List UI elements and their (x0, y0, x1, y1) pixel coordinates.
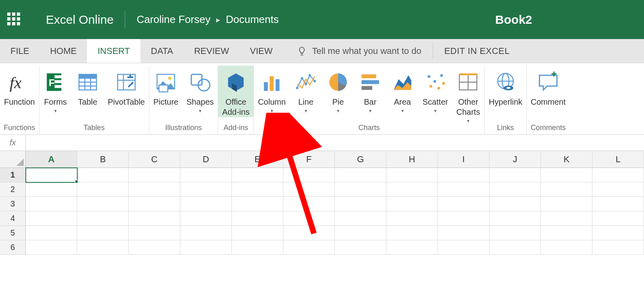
cell[interactable] (386, 226, 438, 240)
tab-view[interactable]: VIEW (239, 39, 283, 63)
cell[interactable] (386, 168, 438, 182)
fx-icon[interactable]: fx (0, 135, 26, 151)
cell[interactable] (592, 226, 644, 240)
column-header[interactable]: K (541, 151, 592, 168)
cell[interactable] (438, 182, 489, 197)
cell[interactable] (335, 168, 386, 182)
column-header[interactable]: J (489, 151, 541, 168)
cell[interactable] (232, 197, 283, 211)
cell[interactable] (386, 182, 438, 197)
cell[interactable] (26, 240, 77, 255)
cell[interactable] (592, 211, 644, 226)
cell[interactable] (438, 197, 489, 211)
cell[interactable] (335, 197, 386, 211)
cell[interactable] (129, 211, 180, 226)
cell[interactable] (335, 211, 386, 226)
chart-bar-button[interactable]: Bar▼ (354, 66, 386, 113)
column-header[interactable]: D (180, 151, 232, 168)
cell[interactable] (489, 182, 541, 197)
cell[interactable] (489, 240, 541, 255)
cell[interactable] (180, 182, 232, 197)
cell[interactable] (180, 168, 232, 182)
chart-scatter-button[interactable]: Scatter▼ (419, 66, 452, 113)
cell[interactable] (438, 226, 489, 240)
cell[interactable] (26, 211, 77, 226)
cell[interactable] (129, 197, 180, 211)
cell[interactable] (283, 226, 335, 240)
cell[interactable] (26, 168, 77, 182)
tab-file[interactable]: FILE (0, 39, 39, 63)
shapes-button[interactable]: Shapes▼ (182, 66, 218, 113)
cell[interactable] (438, 240, 489, 255)
function-button[interactable]: fxFunction (0, 66, 39, 107)
column-header[interactable]: I (438, 151, 489, 168)
cell[interactable] (489, 168, 541, 182)
hyperlink-button[interactable]: Hyperlink (485, 66, 526, 107)
cell[interactable] (232, 182, 283, 197)
cell[interactable] (541, 226, 592, 240)
column-header[interactable]: E (232, 151, 283, 168)
cell[interactable] (77, 168, 129, 182)
cell[interactable] (26, 226, 77, 240)
cell[interactable] (283, 197, 335, 211)
cell[interactable] (77, 211, 129, 226)
column-header[interactable]: F (283, 151, 335, 168)
chart-column-button[interactable]: Column▼ (254, 66, 290, 113)
pivottable-button[interactable]: PivotTable (104, 66, 149, 107)
document-title[interactable]: Book2 (495, 13, 532, 27)
cell[interactable] (592, 197, 644, 211)
formula-input[interactable] (26, 138, 644, 147)
cell[interactable] (489, 211, 541, 226)
column-header[interactable]: L (592, 151, 644, 168)
cell[interactable] (541, 182, 592, 197)
forms-button[interactable]: FForms▼ (39, 66, 72, 113)
table-button[interactable]: Table (72, 66, 104, 107)
cell[interactable] (232, 226, 283, 240)
cell[interactable] (180, 226, 232, 240)
cell[interactable] (77, 226, 129, 240)
cell[interactable] (541, 197, 592, 211)
row-header[interactable]: 3 (0, 197, 26, 211)
breadcrumb-user[interactable]: Caroline Forsey (136, 13, 211, 26)
tab-review[interactable]: REVIEW (184, 39, 239, 63)
cell[interactable] (232, 240, 283, 255)
app-launcher-icon[interactable] (7, 12, 22, 27)
cell[interactable] (129, 240, 180, 255)
chart-pie-button[interactable]: Pie▼ (322, 66, 354, 113)
cell[interactable] (592, 240, 644, 255)
column-header[interactable]: H (386, 151, 438, 168)
cell[interactable] (180, 240, 232, 255)
chart-line-button[interactable]: Line▼ (290, 66, 322, 113)
cell[interactable] (592, 168, 644, 182)
cell[interactable] (283, 211, 335, 226)
cell[interactable] (180, 197, 232, 211)
cell[interactable] (232, 211, 283, 226)
comment-button[interactable]: +Comment (527, 66, 570, 107)
cell[interactable] (26, 182, 77, 197)
chart-other-button[interactable]: OtherCharts▼ (452, 66, 484, 123)
cell[interactable] (386, 197, 438, 211)
cell[interactable] (335, 182, 386, 197)
cell[interactable] (335, 226, 386, 240)
column-header[interactable]: A (26, 151, 77, 168)
cell[interactable] (438, 211, 489, 226)
picture-button[interactable]: Picture (149, 66, 182, 107)
cell[interactable] (335, 240, 386, 255)
row-header[interactable]: 6 (0, 240, 26, 255)
cell[interactable] (386, 240, 438, 255)
cell[interactable] (77, 197, 129, 211)
cell[interactable] (232, 168, 283, 182)
tab-insert[interactable]: INSERT (87, 39, 140, 63)
tab-home[interactable]: HOME (39, 39, 87, 63)
cell[interactable] (283, 240, 335, 255)
breadcrumb-folder[interactable]: Documents (226, 13, 279, 26)
cell[interactable] (592, 182, 644, 197)
column-header[interactable]: B (77, 151, 129, 168)
tell-me-search[interactable]: Tell me what you want to do (297, 39, 421, 63)
cell[interactable] (489, 197, 541, 211)
cell[interactable] (489, 226, 541, 240)
cell[interactable] (180, 211, 232, 226)
cell[interactable] (77, 240, 129, 255)
cell[interactable] (129, 168, 180, 182)
cell[interactable] (129, 182, 180, 197)
